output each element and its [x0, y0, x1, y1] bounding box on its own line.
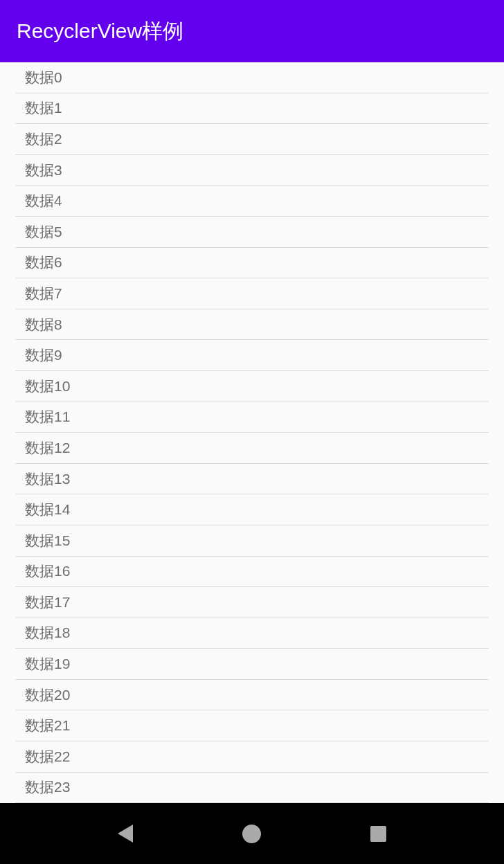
app-bar: RecyclerView样例	[0, 0, 504, 62]
list-item-label: 数据11	[25, 407, 70, 426]
list-item[interactable]: 数据9	[15, 340, 489, 371]
list-item[interactable]: 数据3	[15, 155, 489, 186]
recent-icon	[370, 826, 386, 842]
list-item-label: 数据5	[25, 222, 62, 242]
list-item-label: 数据18	[25, 623, 70, 642]
list-item[interactable]: 数据1	[15, 93, 489, 125]
list-item-label: 数据14	[25, 500, 70, 519]
list-item-label: 数据2	[25, 129, 62, 149]
nav-back-button[interactable]	[111, 820, 139, 847]
back-icon	[118, 825, 133, 843]
list-item-label: 数据8	[25, 315, 62, 334]
list-item[interactable]: 数据13	[15, 464, 489, 495]
list-item[interactable]: 数据18	[15, 618, 489, 649]
list-item-label: 数据19	[25, 654, 70, 674]
list-item-label: 数据6	[25, 253, 62, 272]
list-item-label: 数据22	[25, 747, 70, 766]
list-item[interactable]: 数据16	[15, 557, 489, 588]
list-item[interactable]: 数据6	[15, 248, 489, 279]
list-item[interactable]: 数据22	[15, 741, 489, 773]
list-item-label: 数据4	[25, 191, 62, 210]
list-item-label: 数据13	[25, 469, 70, 489]
list-item-label: 数据12	[25, 438, 70, 458]
list-item[interactable]: 数据14	[15, 494, 489, 525]
list-item[interactable]: 数据10	[15, 371, 489, 402]
navigation-bar	[0, 803, 504, 864]
list-item[interactable]: 数据19	[15, 649, 489, 680]
list-item[interactable]: 数据5	[15, 217, 489, 248]
list-item-label: 数据0	[25, 68, 62, 87]
list-item-label: 数据10	[25, 377, 70, 396]
list-item-label: 数据21	[25, 716, 70, 735]
app-bar-title: RecyclerView样例	[17, 17, 183, 46]
list-item-label: 数据23	[25, 777, 70, 797]
list-item[interactable]: 数据2	[15, 124, 489, 155]
list-item[interactable]: 数据17	[15, 587, 489, 618]
list-item[interactable]: 数据15	[15, 525, 489, 557]
list-item[interactable]: 数据11	[15, 402, 489, 433]
list-item[interactable]: 数据12	[15, 433, 489, 464]
list-item[interactable]: 数据0	[15, 62, 489, 93]
list-item[interactable]: 数据8	[15, 309, 489, 341]
list-item-label: 数据16	[25, 561, 70, 581]
list-item-label: 数据1	[25, 98, 62, 118]
list-item[interactable]: 数据23	[15, 773, 489, 803]
list-item-label: 数据20	[25, 685, 70, 705]
list-item-label: 数据15	[25, 531, 70, 550]
list-item-label: 数据17	[25, 593, 70, 612]
list-item-label: 数据9	[25, 345, 62, 365]
recycler-view[interactable]: 数据0数据1数据2数据3数据4数据5数据6数据7数据8数据9数据10数据11数据…	[0, 62, 504, 803]
list-item[interactable]: 数据7	[15, 278, 489, 309]
list-item-label: 数据3	[25, 161, 62, 180]
list-item-label: 数据7	[25, 284, 62, 303]
list-item[interactable]: 数据20	[15, 680, 489, 711]
list-item[interactable]: 数据4	[15, 186, 489, 217]
nav-home-button[interactable]	[238, 820, 266, 847]
home-icon	[242, 825, 261, 843]
list-item[interactable]: 数据21	[15, 710, 489, 741]
nav-recent-button[interactable]	[365, 820, 393, 847]
